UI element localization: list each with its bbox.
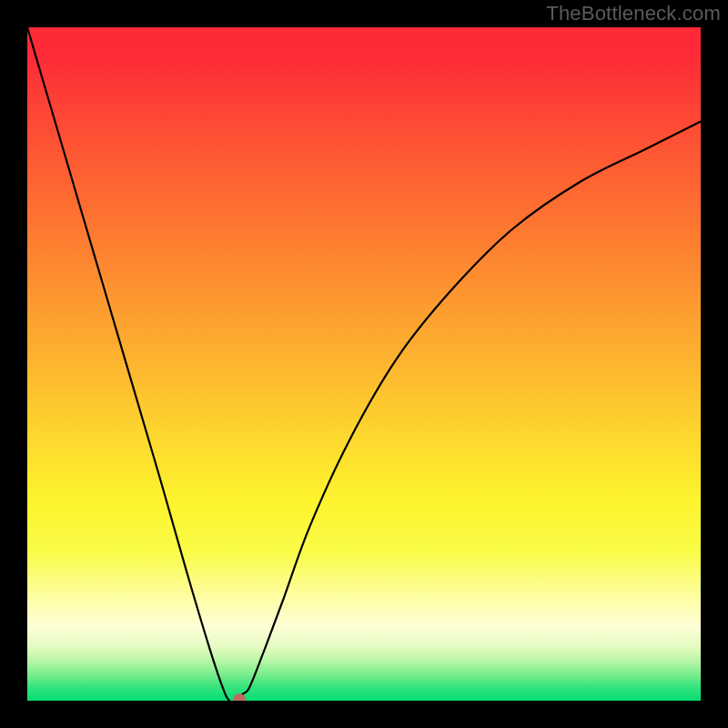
plot-area [27, 27, 701, 701]
bottleneck-curve [27, 27, 701, 701]
chart-frame: TheBottleneck.com [0, 0, 728, 728]
watermark-text: TheBottleneck.com [546, 2, 721, 25]
